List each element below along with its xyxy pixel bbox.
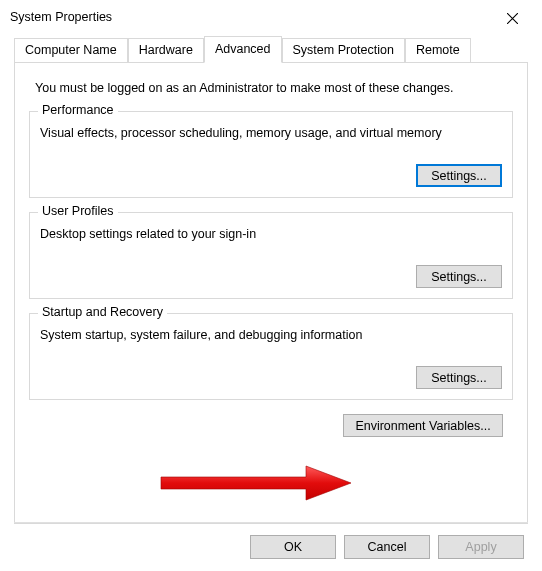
group-legend-startup-recovery: Startup and Recovery — [38, 305, 167, 319]
close-icon — [507, 13, 518, 24]
group-performance: Performance Visual effects, processor sc… — [29, 111, 513, 198]
environment-variables-button[interactable]: Environment Variables... — [343, 414, 503, 437]
cancel-button[interactable]: Cancel — [344, 535, 430, 559]
startup-recovery-button-row: Settings... — [40, 366, 502, 389]
user-profiles-button-row: Settings... — [40, 265, 502, 288]
group-legend-user-profiles: User Profiles — [38, 204, 118, 218]
startup-recovery-settings-button[interactable]: Settings... — [416, 366, 502, 389]
group-legend-performance: Performance — [38, 103, 118, 117]
env-button-row: Environment Variables... — [29, 414, 503, 437]
tab-system-protection[interactable]: System Protection — [282, 38, 405, 63]
tab-advanced[interactable]: Advanced — [204, 36, 282, 63]
ok-button[interactable]: OK — [250, 535, 336, 559]
admin-info-text: You must be logged on as an Administrato… — [29, 81, 513, 95]
tab-remote[interactable]: Remote — [405, 38, 471, 63]
window-title: System Properties — [10, 10, 112, 24]
tab-strip: Computer Name Hardware Advanced System P… — [14, 38, 528, 63]
separator — [14, 522, 528, 523]
dialog-button-row: OK Cancel Apply — [250, 535, 524, 559]
group-startup-recovery: Startup and Recovery System startup, sys… — [29, 313, 513, 400]
close-button[interactable] — [490, 6, 534, 30]
titlebar: System Properties — [0, 0, 542, 34]
startup-recovery-desc: System startup, system failure, and debu… — [40, 328, 502, 342]
tab-panel-advanced: You must be logged on as an Administrato… — [14, 62, 528, 524]
performance-settings-button[interactable]: Settings... — [416, 164, 502, 187]
performance-button-row: Settings... — [40, 164, 502, 187]
tab-computer-name[interactable]: Computer Name — [14, 38, 128, 63]
user-profiles-settings-button[interactable]: Settings... — [416, 265, 502, 288]
group-user-profiles: User Profiles Desktop settings related t… — [29, 212, 513, 299]
user-profiles-desc: Desktop settings related to your sign-in — [40, 227, 502, 241]
tab-hardware[interactable]: Hardware — [128, 38, 204, 63]
performance-desc: Visual effects, processor scheduling, me… — [40, 126, 502, 140]
apply-button[interactable]: Apply — [438, 535, 524, 559]
